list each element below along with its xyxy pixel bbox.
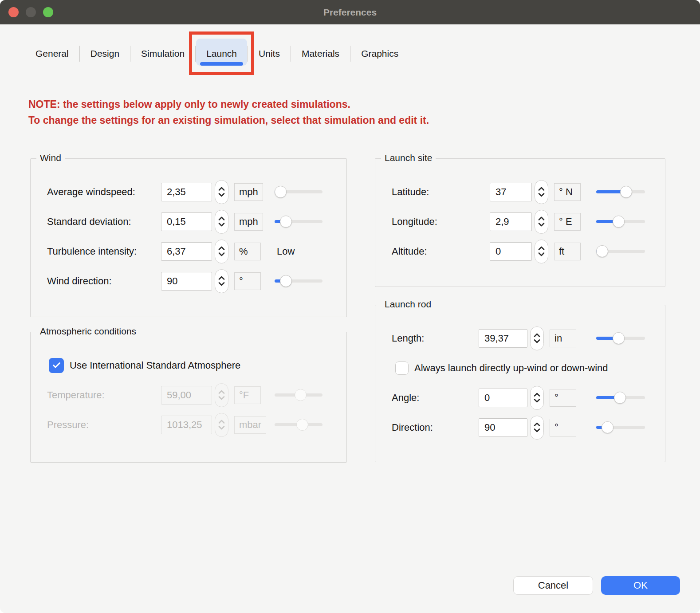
chevron-up-icon — [218, 216, 225, 220]
tab-launch[interactable]: Launch — [196, 42, 248, 65]
group-title: Launch site — [381, 153, 436, 163]
longitude-slider[interactable] — [596, 216, 645, 228]
chevron-up-icon — [218, 390, 225, 394]
wind-direction-slider[interactable] — [275, 275, 322, 287]
wind-direction-stepper[interactable] — [215, 269, 228, 293]
turbulence-intensity-stepper[interactable] — [215, 240, 228, 263]
unit-box: % — [234, 243, 261, 260]
latitude-stepper[interactable] — [535, 180, 548, 204]
angle-slider[interactable] — [596, 392, 645, 404]
average-windspeed-input[interactable] — [161, 183, 212, 201]
upwind-checkbox[interactable] — [395, 362, 409, 375]
field-label: Temperature: — [47, 389, 161, 401]
chevron-up-icon — [218, 187, 225, 191]
slider-thumb[interactable] — [602, 421, 613, 433]
chevron-down-icon — [534, 339, 540, 343]
field-label: Altitude: — [392, 246, 490, 257]
standard-atmosphere-checkbox[interactable] — [49, 358, 64, 373]
tab-bar: General Design Simulation Launch Units M… — [0, 42, 700, 65]
standard-deviation-row: Standard deviation: mph — [47, 207, 346, 236]
direction-stepper[interactable] — [530, 416, 544, 440]
angle-stepper[interactable] — [530, 386, 544, 410]
latitude-input[interactable] — [490, 183, 532, 201]
tab-design[interactable]: Design — [80, 42, 130, 65]
angle-input[interactable] — [479, 389, 527, 407]
wind-direction-input[interactable] — [161, 272, 212, 291]
chevron-down-icon — [218, 396, 225, 400]
settings-content: Wind Average windspeed: mph — [30, 158, 665, 463]
cancel-button[interactable]: Cancel — [513, 576, 593, 595]
group-title: Wind — [36, 153, 65, 163]
field-label: Average windspeed: — [47, 186, 161, 198]
length-slider[interactable] — [596, 332, 645, 345]
altitude-row: Altitude: ft — [392, 236, 665, 266]
launch-site-group: Launch site Latitude: ° N — [375, 158, 665, 287]
right-column: Launch site Latitude: ° N — [375, 158, 665, 463]
length-input[interactable] — [479, 329, 527, 348]
field-label: Longitude: — [392, 216, 490, 228]
field-label: Length: — [392, 333, 479, 344]
slider-thumb[interactable] — [613, 332, 625, 344]
direction-input[interactable] — [479, 418, 527, 437]
unit-box: mph — [234, 183, 263, 201]
average-windspeed-row: Average windspeed: mph — [47, 177, 346, 207]
tab-general[interactable]: General — [25, 42, 79, 65]
direction-slider[interactable] — [596, 421, 645, 434]
field-label: Wind direction: — [47, 275, 161, 287]
unit-box: ° — [550, 419, 576, 436]
slider-thumb[interactable] — [280, 275, 292, 287]
turbulence-intensity-input[interactable] — [161, 242, 212, 261]
zoom-button[interactable] — [43, 7, 53, 17]
title-bar: Preferences — [0, 0, 700, 24]
chevron-up-icon — [534, 422, 540, 426]
longitude-stepper[interactable] — [535, 210, 548, 234]
average-windspeed-slider[interactable] — [275, 186, 322, 198]
slider-thumb[interactable] — [613, 216, 625, 228]
minimize-button[interactable] — [26, 7, 36, 17]
altitude-slider[interactable] — [596, 245, 645, 258]
length-stepper[interactable] — [530, 326, 544, 350]
slider-thumb[interactable] — [596, 245, 608, 257]
group-title: Launch rod — [381, 299, 435, 310]
tab-units[interactable]: Units — [248, 42, 291, 65]
wind-group: Wind Average windspeed: mph — [30, 158, 347, 317]
pressure-stepper — [215, 413, 228, 437]
close-button[interactable] — [8, 7, 19, 17]
wind-direction-row: Wind direction: ° — [47, 266, 346, 296]
ok-button[interactable]: OK — [601, 576, 680, 595]
slider-thumb[interactable] — [280, 216, 292, 228]
chevron-up-icon — [538, 187, 545, 191]
note-text: NOTE: the settings below apply only to n… — [28, 96, 700, 128]
unit-box: mph — [234, 213, 263, 231]
latitude-row: Latitude: ° N — [392, 177, 665, 207]
average-windspeed-stepper[interactable] — [215, 180, 228, 204]
chevron-down-icon — [534, 399, 540, 403]
launch-rod-group: Launch rod Length: in — [375, 305, 665, 462]
slider-thumb[interactable] — [275, 186, 287, 198]
tab-graphics[interactable]: Graphics — [350, 42, 409, 65]
altitude-input[interactable] — [490, 242, 532, 261]
turbulence-intensity-row: Turbulence intensity: % Low — [47, 236, 346, 266]
altitude-stepper[interactable] — [535, 240, 548, 263]
traffic-lights — [8, 7, 53, 17]
checkbox-label: Use International Standard Atmosphere — [70, 360, 240, 371]
atmospheric-conditions-group: Atmospheric conditions Use International… — [30, 332, 347, 463]
standard-deviation-slider[interactable] — [275, 216, 322, 228]
latitude-slider[interactable] — [596, 186, 645, 198]
chevron-up-icon — [538, 246, 545, 250]
longitude-input[interactable] — [490, 212, 532, 231]
slider-thumb[interactable] — [620, 186, 632, 198]
field-label: Angle: — [392, 392, 479, 404]
tab-materials[interactable]: Materials — [291, 42, 350, 65]
unit-box: ° — [550, 389, 576, 407]
chevron-up-icon — [218, 246, 225, 250]
chevron-down-icon — [218, 193, 225, 197]
tab-simulation[interactable]: Simulation — [130, 42, 195, 65]
unit-box: in — [550, 330, 576, 347]
group-title: Atmospheric conditions — [36, 326, 140, 337]
standard-deviation-input[interactable] — [161, 212, 212, 231]
standard-deviation-stepper[interactable] — [215, 210, 228, 234]
slider-thumb[interactable] — [614, 392, 626, 404]
chevron-down-icon — [534, 428, 540, 432]
temperature-stepper — [215, 383, 228, 407]
